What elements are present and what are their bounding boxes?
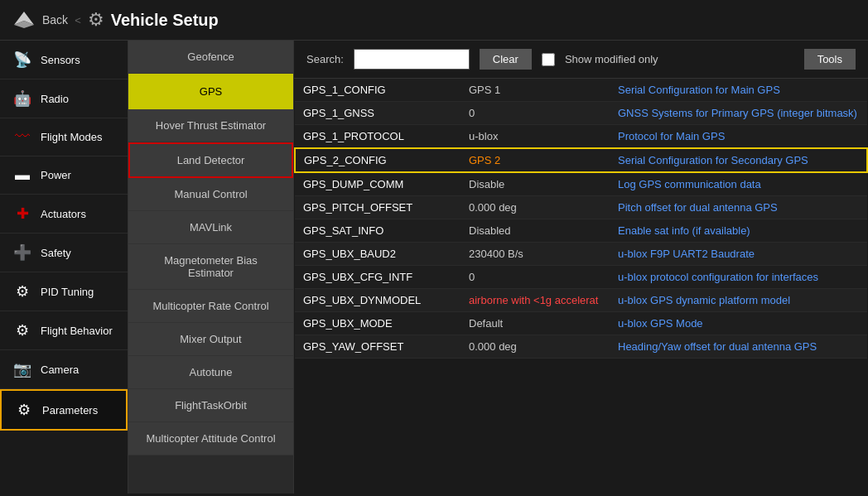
sidebar-label-actuators: Actuators [41,208,86,220]
param-desc: GNSS Systems for Primary GPS (integer bi… [610,102,867,125]
param-value[interactable]: u-blox [461,125,610,149]
table-row[interactable]: GPS_DUMP_COMMDisableLog GPS communicatio… [295,172,867,196]
page-title: Vehicle Setup [111,11,219,30]
sidebar-label-camera: Camera [41,364,79,376]
camera-icon: 📷 [12,360,32,378]
sidebar: 📡 Sensors 🤖 Radio 〰 Flight Modes ▬ Power… [0,41,128,494]
flight-modes-icon: 〰 [12,128,32,146]
param-desc: Serial Configuration for Secondary GPS [610,148,867,172]
sidebar-label-flight-behavior: Flight Behavior [41,325,113,337]
param-desc: Protocol for Main GPS [610,125,867,149]
search-input[interactable] [354,49,470,70]
param-name: GPS_PITCH_OFFSET [295,196,461,219]
param-desc: Heading/Yaw offset for dual antenna GPS [610,335,867,359]
actuators-icon: ✚ [12,205,32,223]
table-row[interactable]: GPS_PITCH_OFFSET0.000 degPitch offset fo… [295,196,867,219]
sidebar-label-pid-tuning: PID Tuning [41,286,94,298]
table-row[interactable]: GPS_UBX_MODEDefaultu-blox GPS Mode [295,312,867,335]
sub-item-manual-control[interactable]: Manual Control [128,178,293,211]
power-icon: ▬ [12,166,32,184]
header: Back < ⚙ Vehicle Setup [0,0,868,41]
sub-item-mc-attitude[interactable]: Multicopter Attitude Control [128,422,293,455]
param-desc: u-blox F9P UART2 Baudrate [610,243,867,266]
param-name: GPS_UBX_DYNMODEL [295,289,461,312]
param-name: GPS_1_GNSS [295,102,461,125]
sidebar-item-flight-behavior[interactable]: ⚙ Flight Behavior [0,311,128,350]
param-value[interactable]: 230400 B/s [461,243,610,266]
table-row[interactable]: GPS_1_GNSS0GNSS Systems for Primary GPS … [295,102,867,125]
param-value[interactable]: 0.000 deg [461,335,610,359]
tools-button[interactable]: Tools [804,49,856,70]
table-row[interactable]: GPS_1_CONFIGGPS 1Serial Configuration fo… [295,79,867,102]
param-name: GPS_SAT_INFO [295,219,461,243]
param-value[interactable]: Disable [461,172,610,196]
sub-item-mc-rate[interactable]: Multicopter Rate Control [128,290,293,323]
clear-button[interactable]: Clear [480,49,532,70]
param-desc: Log GPS communication data [610,172,867,196]
param-desc: Pitch offset for dual antenna GPS [610,196,867,219]
safety-icon: ➕ [12,243,32,262]
sub-item-autotune[interactable]: Autotune [128,356,293,389]
param-name: GPS_1_PROTOCOL [295,125,461,149]
main-layout: 📡 Sensors 🤖 Radio 〰 Flight Modes ▬ Power… [0,41,868,494]
show-modified-label: Show modified only [565,53,658,65]
sidebar-item-parameters[interactable]: ⚙ Parameters [0,389,128,431]
sub-item-mixer[interactable]: Mixer Output [128,323,293,356]
settings-icon: ⚙ [88,9,104,31]
sidebar-item-sensors[interactable]: 📡 Sensors [0,41,128,79]
sidebar-item-power[interactable]: ▬ Power [0,157,128,195]
sidebar-label-flight-modes: Flight Modes [41,131,102,143]
param-value[interactable]: 0 [461,266,610,289]
sub-sidebar: Geofence GPS Hover Thrust Estimator Land… [128,41,294,494]
radio-icon: 🤖 [12,89,32,108]
back-button[interactable]: Back [42,13,68,26]
sub-item-geofence[interactable]: Geofence [128,41,293,74]
toolbar: Search: Clear Show modified only Tools [294,41,868,79]
parameters-icon: ⚙ [14,401,34,419]
params-table: GPS_1_CONFIGGPS 1Serial Configuration fo… [294,79,868,494]
param-desc: Enable sat info (if available) [610,219,867,243]
sidebar-label-parameters: Parameters [42,404,98,417]
plane-icon [12,8,36,31]
table-row[interactable]: GPS_YAW_OFFSET0.000 degHeading/Yaw offse… [295,335,867,359]
param-value[interactable]: Default [461,312,610,335]
sub-item-mag-bias[interactable]: Magnetometer Bias Estimator [128,244,293,290]
table-row[interactable]: GPS_1_PROTOCOLu-bloxProtocol for Main GP… [295,125,867,149]
param-value[interactable]: Disabled [461,219,610,243]
param-name: GPS_DUMP_COMM [295,172,461,196]
search-label: Search: [306,53,344,65]
table-row[interactable]: GPS_UBX_CFG_INTF0u-blox protocol configu… [295,266,867,289]
show-modified-checkbox[interactable] [542,53,555,66]
param-name: GPS_UBX_MODE [295,312,461,335]
sidebar-label-power: Power [41,169,71,181]
sub-item-mavlink[interactable]: MAVLink [128,211,293,244]
param-value[interactable]: 0 [461,102,610,125]
content-area: Search: Clear Show modified only Tools G… [294,41,868,494]
param-desc: Serial Configuration for Main GPS [610,79,867,102]
header-separator: < [75,14,81,26]
param-name: GPS_UBX_BAUD2 [295,243,461,266]
table-row[interactable]: GPS_UBX_BAUD2230400 B/su-blox F9P UART2 … [295,243,867,266]
param-name: GPS_1_CONFIG [295,79,461,102]
sidebar-item-radio[interactable]: 🤖 Radio [0,79,128,118]
param-value[interactable]: airborne with <1g accelerat [461,289,610,312]
param-desc: u-blox GPS dynamic platform model [610,289,867,312]
sidebar-label-safety: Safety [41,247,71,259]
sub-item-hover-thrust[interactable]: Hover Thrust Estimator [128,109,293,142]
param-value[interactable]: GPS 2 [461,148,610,172]
sub-item-flighttaskorbit[interactable]: FlightTaskOrbit [128,389,293,422]
table-row[interactable]: GPS_UBX_DYNMODELairborne with <1g accele… [295,289,867,312]
sidebar-item-safety[interactable]: ➕ Safety [0,234,128,272]
param-value[interactable]: GPS 1 [461,79,610,102]
sub-item-land-detector[interactable]: Land Detector [128,142,293,178]
table-row[interactable]: GPS_2_CONFIGGPS 2Serial Configuration fo… [295,148,867,172]
param-value[interactable]: 0.000 deg [461,196,610,219]
sidebar-item-camera[interactable]: 📷 Camera [0,350,128,389]
sidebar-item-pid-tuning[interactable]: ⚙ PID Tuning [0,272,128,311]
pid-icon: ⚙ [12,282,32,301]
sub-item-gps[interactable]: GPS [128,74,293,109]
param-desc: u-blox GPS Mode [610,312,867,335]
sidebar-item-flight-modes[interactable]: 〰 Flight Modes [0,118,128,157]
sidebar-item-actuators[interactable]: ✚ Actuators [0,195,128,234]
table-row[interactable]: GPS_SAT_INFODisabledEnable sat info (if … [295,219,867,243]
